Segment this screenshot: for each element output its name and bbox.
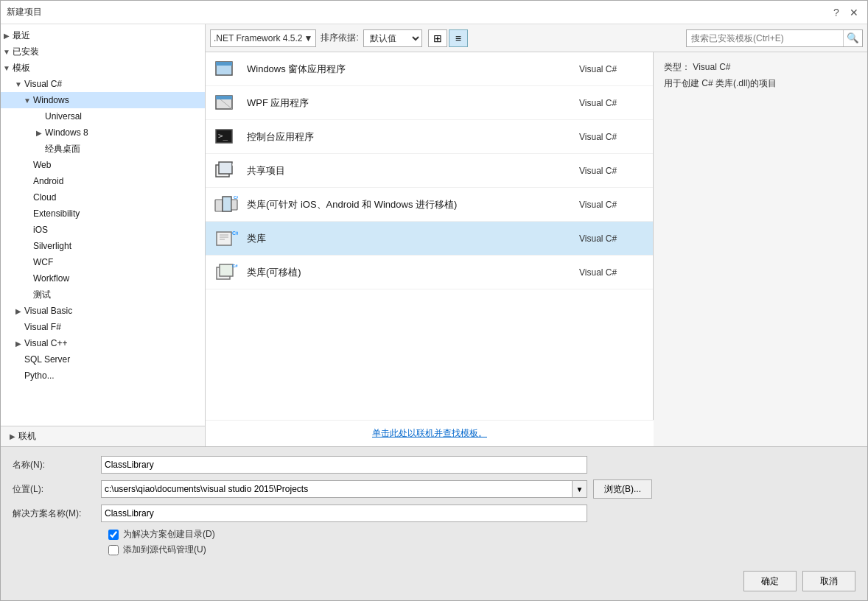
template-icon-lib_mobile: C# xyxy=(213,191,239,218)
name-label: 名称(N): xyxy=(13,459,101,471)
create-directory-checkbox[interactable] xyxy=(108,530,119,540)
location-label: 位置(L): xyxy=(13,483,101,496)
tree-arrow-visual_csharp: ▼ xyxy=(13,78,24,90)
online-link[interactable]: 单击此处以联机并查找模板。 xyxy=(372,427,487,440)
tree-item-visual_fsharp[interactable]: Visual F# xyxy=(1,319,205,335)
online-section[interactable]: ▶ 联机 xyxy=(1,426,205,446)
tree-item-silverlight[interactable]: Silverlight xyxy=(1,238,205,254)
location-input[interactable] xyxy=(101,480,573,498)
add-to-source-control-checkbox[interactable] xyxy=(108,545,119,555)
tree-label-cloud: Cloud xyxy=(33,192,56,203)
tree-item-installed[interactable]: ▼已安装 xyxy=(1,43,205,60)
tree-item-windows[interactable]: ▼Windows xyxy=(1,92,205,108)
tree-item-classic_desktop[interactable]: 经典桌面 xyxy=(1,141,205,157)
info-description: 用于创建 C# 类库(.dll)的项目 xyxy=(664,77,857,90)
location-dropdown-arrow[interactable]: ▼ xyxy=(573,480,587,498)
template-lang-wpf: Visual C# xyxy=(579,98,645,108)
template-icon-shared: C# xyxy=(213,158,239,184)
svg-rect-12 xyxy=(219,162,232,174)
tree-item-wcf[interactable]: WCF xyxy=(1,254,205,270)
close-button[interactable]: ✕ xyxy=(847,5,861,20)
checkbox2-row: 添加到源代码管理(U) xyxy=(108,544,855,556)
template-item-lib_mobile[interactable]: C#类库(可针对 iOS、Android 和 Windows 进行移植)Visu… xyxy=(206,188,653,222)
tree-arrow-classic_desktop xyxy=(33,143,45,155)
tree-item-visual_basic[interactable]: ▶Visual Basic xyxy=(1,303,205,319)
checkbox1-row: 为解决方案创建目录(D) xyxy=(108,528,855,541)
tree-item-workflow[interactable]: Workflow xyxy=(1,270,205,287)
template-name-lib: 类库 xyxy=(247,232,579,245)
checkboxes-area: 为解决方案创建目录(D) 添加到源代码管理(U) xyxy=(108,528,855,556)
tree-item-templates[interactable]: ▼模板 xyxy=(1,60,205,76)
template-name-winforms: Windows 窗体应用程序 xyxy=(247,63,579,76)
template-item-console[interactable]: >_C#控制台应用程序Visual C# xyxy=(206,120,653,154)
tree-item-visual_cpp[interactable]: ▶Visual C++ xyxy=(1,335,205,351)
tree-item-universal[interactable]: Universal xyxy=(1,108,205,124)
template-name-lib_portable: 类库(可移植) xyxy=(247,266,579,279)
cancel-button[interactable]: 取消 xyxy=(802,571,855,591)
tree-item-sql_server[interactable]: SQL Server xyxy=(1,351,205,368)
svg-text:C#: C# xyxy=(232,162,238,167)
tree-item-test[interactable]: 测试 xyxy=(1,287,205,303)
template-icon-console: >_C# xyxy=(213,124,239,150)
solution-input[interactable] xyxy=(101,505,587,522)
tree-item-recent[interactable]: ▶最近 xyxy=(1,27,205,43)
content-area: ▶最近▼已安装▼模板▼Visual C#▼WindowsUniversal▶Wi… xyxy=(1,24,867,446)
grid-view-button[interactable]: ⊞ xyxy=(428,29,447,47)
template-name-lib_mobile: 类库(可针对 iOS、Android 和 Windows 进行移植) xyxy=(247,198,579,211)
tree-arrow-sql_server xyxy=(13,354,24,365)
svg-text:>_: >_ xyxy=(218,131,228,141)
search-button[interactable]: 🔍 xyxy=(843,30,862,46)
template-item-winforms[interactable]: C#Windows 窗体应用程序Visual C# xyxy=(206,52,653,86)
sort-dropdown[interactable]: 默认值 xyxy=(363,29,422,47)
tree-arrow-test xyxy=(21,289,33,300)
list-view-button[interactable]: ≡ xyxy=(449,29,468,47)
tree-item-extensibility[interactable]: Extensibility xyxy=(1,205,205,222)
tree-item-python[interactable]: Pytho... xyxy=(1,368,205,384)
tree-label-recent: 最近 xyxy=(13,29,30,42)
template-icon-wpf: C# xyxy=(213,90,239,116)
tree-label-visual_csharp: Visual C# xyxy=(24,79,62,89)
svg-text:C#: C# xyxy=(234,195,238,200)
name-input[interactable] xyxy=(101,456,587,474)
bottom-form: 名称(N): 位置(L): ▼ 浏览(B)... 解决方案名称(M): 为解决方… xyxy=(1,446,867,565)
search-input[interactable] xyxy=(687,33,843,43)
tree-item-visual_csharp[interactable]: ▼Visual C# xyxy=(1,76,205,92)
location-input-group: ▼ xyxy=(101,480,587,498)
svg-text:C#: C# xyxy=(234,60,238,66)
ok-button[interactable]: 确定 xyxy=(743,571,797,591)
tree-arrow-visual_cpp: ▶ xyxy=(13,337,24,349)
template-item-wpf[interactable]: C#WPF 应用程序Visual C# xyxy=(206,86,653,120)
browse-button[interactable]: 浏览(B)... xyxy=(593,479,652,499)
tree-label-classic_desktop: 经典桌面 xyxy=(45,143,80,155)
svg-rect-6 xyxy=(216,96,232,99)
tree-item-web[interactable]: Web xyxy=(1,157,205,173)
tree-item-cloud[interactable]: Cloud xyxy=(1,189,205,205)
checkbox2-label: 添加到源代码管理(U) xyxy=(123,544,206,556)
template-item-lib_portable[interactable]: C#类库(可移植)Visual C# xyxy=(206,256,653,289)
help-button[interactable]: ? xyxy=(829,5,844,20)
location-row: 位置(L): ▼ 浏览(B)... xyxy=(13,479,855,499)
tree-label-installed: 已安装 xyxy=(13,46,39,58)
tree-arrow-silverlight xyxy=(21,240,33,252)
tree-item-android[interactable]: Android xyxy=(1,173,205,189)
template-item-lib[interactable]: C#类库Visual C# xyxy=(206,222,653,256)
tree-label-ios: iOS xyxy=(33,225,48,235)
framework-select[interactable]: .NET Framework 4.5.2 ▼ xyxy=(210,29,316,47)
templates-list[interactable]: C#Windows 窗体应用程序Visual C#C#WPF 应用程序Visua… xyxy=(206,52,654,420)
tree-arrow-extensibility xyxy=(21,208,33,219)
bottom-buttons: 确定 取消 xyxy=(1,565,867,600)
tree-arrow-web xyxy=(21,159,33,171)
tree-arrow-ios xyxy=(21,224,33,236)
title-bar-buttons: ? ✕ xyxy=(829,5,861,20)
framework-arrow: ▼ xyxy=(304,33,312,43)
search-box: 🔍 xyxy=(686,29,863,47)
tree-item-ios[interactable]: iOS xyxy=(1,222,205,238)
tree-container[interactable]: ▶最近▼已安装▼模板▼Visual C#▼WindowsUniversal▶Wi… xyxy=(1,24,205,426)
tree-arrow-universal xyxy=(33,110,45,122)
tree-item-windows8[interactable]: ▶Windows 8 xyxy=(1,124,205,141)
template-name-shared: 共享项目 xyxy=(247,164,579,178)
tree-arrow-python xyxy=(13,370,24,382)
template-item-shared[interactable]: C#共享项目Visual C# xyxy=(206,154,653,188)
solution-label: 解决方案名称(M): xyxy=(13,507,101,520)
template-lang-console: Visual C# xyxy=(579,132,645,142)
